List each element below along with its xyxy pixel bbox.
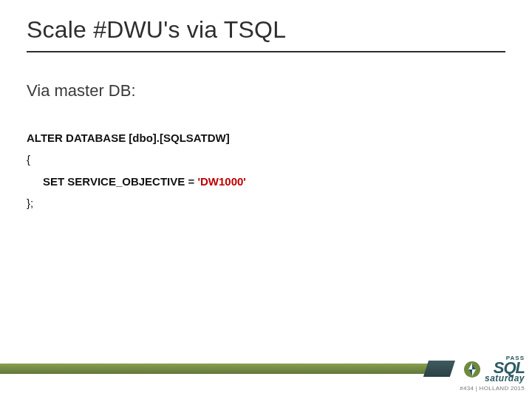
slide: Scale #DWU's via TSQL Via master DB: ALT…	[0, 0, 532, 399]
code-close-brace: };	[27, 194, 246, 211]
code-line-alter: ALTER DATABASE [dbo].[SQLSATDW]	[27, 129, 246, 146]
subheading: Via master DB:	[27, 81, 136, 100]
code-set-keyword: SET SERVICE_OBJECTIVE	[43, 175, 185, 188]
code-line-set: SET SERVICE_OBJECTIVE = 'DW1000'	[27, 173, 246, 190]
compass-icon	[463, 360, 482, 379]
code-string-value: 'DW1000'	[197, 175, 246, 188]
logo-text: PASS SQL saturday	[485, 355, 525, 383]
footer-bar-green	[0, 364, 429, 374]
code-equals: =	[185, 175, 197, 188]
logo-saturday: saturday	[485, 373, 525, 383]
logo-top-row: PASS SQL saturday	[429, 355, 525, 383]
logo: PASS SQL saturday #434 | HOLLAND 2015	[429, 355, 525, 392]
code-block: ALTER DATABASE [dbo].[SQLSATDW] { SET SE…	[27, 129, 246, 211]
code-open-brace: {	[27, 151, 246, 168]
logo-event: #434 | HOLLAND 2015	[429, 385, 525, 392]
slide-title: Scale #DWU's via TSQL	[27, 16, 505, 52]
